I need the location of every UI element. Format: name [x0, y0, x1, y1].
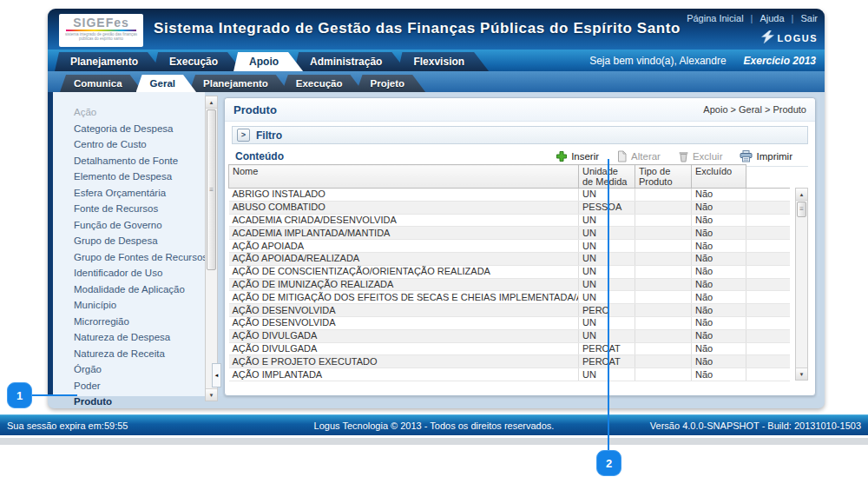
- table-cell: ABUSO COMBATIDO: [229, 201, 579, 214]
- sidebar-scrollbar-thumb[interactable]: ≡: [207, 109, 216, 270]
- sidebar-item-natureza-de-despesa[interactable]: Natureza de Despesa: [74, 329, 205, 346]
- table-cell-filler: [746, 304, 790, 317]
- scroll-up-icon[interactable]: ▲: [206, 96, 217, 109]
- header-link-separator: |: [792, 13, 794, 23]
- table-row[interactable]: AÇÃO APOIADAUNNão: [229, 240, 790, 253]
- imprimir-button[interactable]: Imprimir: [740, 150, 792, 162]
- tab-planejamento[interactable]: Planejamento: [55, 52, 162, 71]
- table-row[interactable]: AÇÃO DESENVOLVIDAPERCNão: [229, 304, 790, 317]
- table-row[interactable]: AÇÃO DE CONSCIENTIZAÇÃO/ORIENTAÇÃO REALI…: [229, 265, 790, 278]
- scroll-up-icon[interactable]: ▲: [796, 189, 807, 201]
- sidebar-item-modalidade-de-aplicação[interactable]: Modalidade de Aplicação: [74, 281, 205, 298]
- table-row[interactable]: AÇÃO DESENVOLVIDAUNNão: [229, 316, 790, 329]
- column-header-unidade-de-medida[interactable]: Unidade de Medida: [579, 165, 635, 189]
- sidebar-item-fonte-de-recursos[interactable]: Fonte de Recursos: [74, 201, 205, 217]
- sidebar-item-natureza-de-receita[interactable]: Natureza de Receita: [74, 346, 205, 362]
- breadcrumb: Apoio > Geral > Produto: [703, 104, 806, 115]
- subtab-comunica[interactable]: Comunica: [60, 75, 143, 92]
- sidebar-item-produto[interactable]: Produto: [74, 394, 205, 410]
- sidebar-item-grupo-de-fontes-de-recursos[interactable]: Grupo de Fontes de Recursos: [74, 249, 205, 266]
- table-row[interactable]: ABUSO COMBATIDOPESSOANão: [229, 201, 790, 214]
- scroll-down-icon[interactable]: ▼: [206, 388, 217, 401]
- annotation-badge-2: 2: [596, 450, 621, 476]
- subtab-projeto[interactable]: Projeto: [357, 75, 426, 92]
- table-row[interactable]: AÇÃO DIVULGADAPERCATNão: [229, 342, 790, 355]
- column-header-tipo-de-produto[interactable]: Tipo de Produto: [635, 165, 692, 189]
- header-link-sair[interactable]: Sair: [800, 13, 818, 23]
- table-cell: AÇÃO DESENVOLVIDA: [229, 316, 579, 329]
- sidebar-item-detalhamento-de-fonte[interactable]: Detalhamento de Fonte: [74, 153, 205, 169]
- sigefes-logo-rainbow-bar: [66, 30, 136, 31]
- table-cell: PERCAT: [579, 355, 635, 368]
- page-title: Produto: [233, 103, 277, 116]
- table-cell-filler: [746, 227, 790, 240]
- table-row[interactable]: ABRIGO INSTALADOUNNão: [229, 189, 790, 202]
- tab-flexvision[interactable]: Flexvision: [398, 52, 489, 71]
- table-cell-filler: [746, 329, 790, 342]
- sidebar-item-microrregião[interactable]: Microrregião: [74, 314, 205, 330]
- table-cell-filler: [746, 291, 790, 304]
- sidebar-item-órgão[interactable]: Órgão: [74, 361, 205, 378]
- sidebar-collapse-handle[interactable]: ◄: [212, 363, 221, 387]
- table-cell: [635, 240, 692, 253]
- table-cell: Não: [692, 368, 746, 381]
- table-row[interactable]: ACADEMIA IMPLANTADA/MANTIDAUNNão: [229, 227, 790, 240]
- table-cell: AÇÃO DIVULGADA: [229, 329, 579, 342]
- table-scrollbar-thumb[interactable]: ≡: [797, 202, 806, 217]
- table-cell: Não: [692, 265, 746, 278]
- table-cell: Não: [692, 355, 746, 368]
- sidebar-item-elemento-de-despesa[interactable]: Elemento de Despesa: [74, 169, 205, 185]
- table-cell: [635, 368, 692, 381]
- table-row[interactable]: AÇÃO DIVULGADAUNNão: [229, 329, 790, 342]
- footer: Sua sessão expira em:59:55 Logus Tecnolo…: [0, 414, 868, 435]
- header-link-página-inicial[interactable]: Página Inicial: [687, 13, 743, 23]
- sigefes-logo-word: SIGEFes: [59, 17, 143, 30]
- sidebar-item-função-de-governo[interactable]: Função de Governo: [74, 217, 205, 234]
- table-cell-filler: [746, 265, 790, 278]
- inserir-button[interactable]: Inserir: [556, 150, 599, 162]
- sidebar-item-grupo-de-despesa[interactable]: Grupo de Despesa: [74, 233, 205, 249]
- column-header-nome[interactable]: Nome: [229, 165, 579, 189]
- column-header-excluído[interactable]: Excluído: [692, 165, 746, 189]
- sidebar-item-poder[interactable]: Poder: [74, 378, 205, 394]
- table-cell: AÇÃO IMPLANTADA: [229, 368, 579, 381]
- filter-expand-button[interactable]: >: [237, 129, 250, 142]
- sidebar-item-identificador-de-uso[interactable]: Identificador de Uso: [74, 265, 205, 281]
- table-cell-filler: [746, 189, 790, 202]
- header-link-ajuda[interactable]: Ajuda: [760, 13, 784, 23]
- sidebar: AçãoCategoria de DespesaCentro de CustoD…: [53, 92, 205, 396]
- sidebar-item-esfera-orçamentária[interactable]: Esfera Orçamentária: [74, 185, 205, 202]
- subtab-execução[interactable]: Execução: [282, 75, 364, 92]
- tab-execução[interactable]: Execução: [154, 52, 242, 71]
- annotation-line-2: [608, 159, 609, 451]
- table-cell: Não: [692, 304, 746, 317]
- sidebar-item-município[interactable]: Município: [74, 297, 205, 314]
- trash-icon: [678, 150, 689, 162]
- table-cell-filler: [746, 342, 790, 355]
- table-cell: UN: [579, 214, 635, 227]
- table-cell: UN: [579, 252, 635, 265]
- logus-brand-label: LOGUS: [777, 33, 818, 43]
- table-scrollbar[interactable]: ▲ ≡ ▼: [795, 188, 808, 381]
- table-row[interactable]: AÇÃO E PROJETO EXECUTADOPERCATNão: [229, 355, 790, 368]
- table-row[interactable]: AÇÃO DE MITIGAÇÃO DOS EFEITOS DE SECAS E…: [229, 291, 790, 304]
- alterar-button: Alterar: [616, 150, 661, 162]
- copyright-text: Logus Tecnologia © 2013 - Todos os direi…: [314, 420, 555, 431]
- table-cell: Não: [692, 189, 746, 202]
- table-row[interactable]: ACADEMIA CRIADA/DESENVOLVIDAUNNão: [229, 214, 790, 227]
- subtab-planejamento[interactable]: Planejamento: [189, 75, 289, 92]
- annotation-badge-1: 1: [7, 382, 32, 408]
- table-row[interactable]: AÇÃO DE IMUNIZAÇÃO REALIZADAUNNão: [229, 278, 790, 291]
- subtab-geral[interactable]: Geral: [136, 75, 196, 92]
- tab-administração[interactable]: Administração: [294, 52, 406, 71]
- table-cell: Não: [692, 291, 746, 304]
- sidebar-item-centro-de-custo[interactable]: Centro de Custo: [74, 136, 205, 153]
- sidebar-item-categoria-de-despesa[interactable]: Categoria de Despesa: [74, 121, 205, 137]
- table-row[interactable]: AÇÃO APOIADA/REALIZADAUNNão: [229, 252, 790, 265]
- tab-apoio[interactable]: Apoio: [233, 52, 303, 71]
- table-row[interactable]: AÇÃO IMPLANTADAUNNão: [229, 368, 790, 381]
- scroll-down-icon[interactable]: ▼: [796, 368, 807, 380]
- sidebar-scrollbar[interactable]: ▲ ≡ ▼: [205, 96, 218, 401]
- table-cell: PERC: [579, 304, 635, 317]
- table-cell: Não: [692, 342, 746, 355]
